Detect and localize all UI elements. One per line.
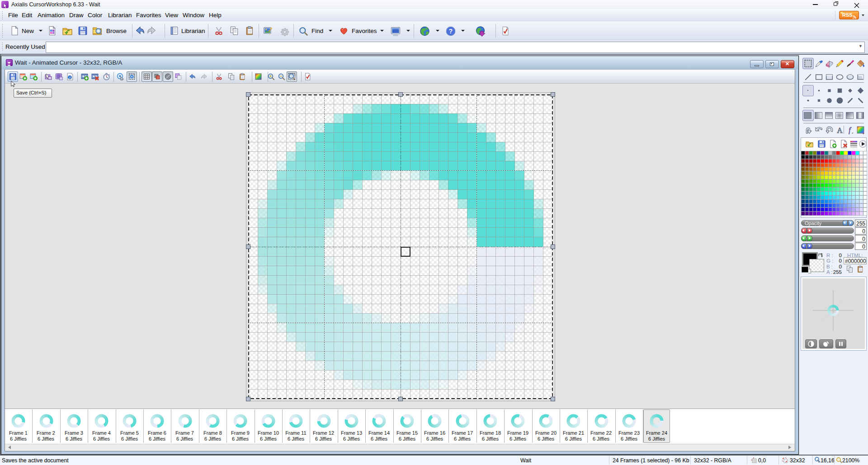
svg-text:A: A — [837, 126, 842, 135]
svg-text:f: f — [849, 126, 852, 134]
svg-text:?: ? — [449, 28, 453, 35]
